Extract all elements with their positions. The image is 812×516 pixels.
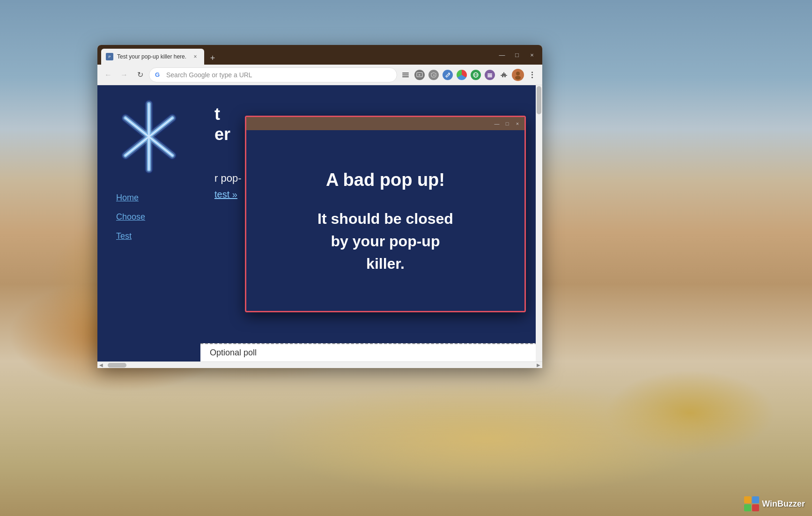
svg-point-13 [515,76,521,80]
tab-favicon: P [106,53,113,60]
main-text-line1: t [214,104,220,124]
shield-circle: ✕ [428,70,439,80]
window-controls: — □ × [495,48,539,61]
address-bar[interactable]: G Search Google or type a URL [149,67,397,82]
site-sidebar: Home Choose Test [97,85,200,361]
user-avatar[interactable] [511,68,524,81]
scrollbar-right[interactable] [536,85,542,361]
tab-area: P Test your pop-up killer here. × + [101,45,495,65]
scroll-right-arrow[interactable]: ▶ [537,362,540,368]
winbuzzer-logo: WinBuzzer [744,496,805,511]
popup-content: A bad pop up! It should be closed by you… [246,130,524,311]
svg-text:✕: ✕ [433,74,435,76]
popup-body-line3: killer. [366,255,405,272]
winbuzzer-squares [744,496,759,511]
main-text-line2: er [214,125,230,144]
popup-titlebar: — □ × [246,117,524,130]
extensions-icon[interactable] [497,68,510,81]
site-main: t er r pop- test » — □ × [200,85,542,361]
winbuzzer-label: WinBuzzer [762,499,805,509]
popup-body-line1: It should be closed [317,210,453,227]
svg-marker-3 [419,74,421,76]
google-logo: G [155,71,162,79]
active-tab[interactable]: P Test your pop-up killer here. × [101,49,204,65]
avatar-image [512,69,524,81]
globe-circle [471,70,481,80]
media-circle [414,70,425,80]
new-tab-button[interactable]: + [206,52,219,65]
nav-home-link[interactable]: Home [116,193,196,203]
popup-text-content: r pop- [214,172,241,184]
menu-dots-icon[interactable] [525,68,539,81]
popup-title: A bad pop up! [317,167,453,193]
nav-test-link[interactable]: Test [116,231,196,241]
layers-icon[interactable] [483,68,496,81]
site-nav: Home Choose Test [102,193,196,241]
toolbar-icons: ✕ [399,68,539,81]
maximize-button[interactable]: □ [510,48,524,61]
wb-square-4 [752,504,759,511]
tab-title: Test your pop-up killer here. [117,53,187,60]
popup-close-button[interactable]: × [513,119,522,128]
popup-maximize-button[interactable]: □ [503,119,511,128]
svg-text:P: P [109,55,111,59]
wb-square-3 [744,504,751,511]
pen-icon[interactable] [441,68,454,81]
minimize-button[interactable]: — [495,48,509,61]
popup-message: A bad pop up! It should be closed by you… [317,167,453,275]
neon-star-icon [111,95,186,179]
browser-content: Home Choose Test t er r pop- test » [97,85,542,361]
forward-icon: → [120,71,128,79]
svg-rect-9 [487,74,492,74]
browser-window: P Test your pop-up killer here. × + — □ … [97,45,542,368]
tab-close-button[interactable]: × [191,52,199,61]
optional-poll-bar: Optional poll [200,343,542,361]
puzzle-icon [500,71,508,79]
more-options-icon[interactable] [399,68,412,81]
svg-point-12 [516,72,520,75]
layers-circle [485,70,495,80]
pen-circle [443,70,453,80]
wb-square-1 [744,496,751,503]
optional-poll-label: Optional poll [210,348,257,357]
pie-chart-icon[interactable] [455,68,468,81]
svg-rect-10 [487,75,492,76]
media-icon[interactable] [413,68,426,81]
browser-scrollbar-bottom[interactable]: ◀ ▶ [97,361,542,368]
svg-rect-11 [487,76,492,77]
title-bar: P Test your pop-up killer here. × + — □ … [97,45,542,65]
scroll-left-arrow[interactable]: ◀ [99,362,103,368]
popup-minimize-button[interactable]: — [493,119,501,128]
horizontal-scroll-thumb [108,363,126,368]
back-button[interactable]: ← [101,68,115,82]
wb-square-2 [752,496,759,503]
close-button[interactable]: × [525,48,539,61]
reload-icon: ↻ [137,70,143,79]
shield-icon[interactable]: ✕ [427,68,440,81]
nav-choose-link[interactable]: Choose [116,212,196,222]
forward-button[interactable]: → [117,68,131,82]
scrollbar-thumb [537,86,541,114]
popup-body-line2: by your pop-up [331,233,440,250]
popup-overlay: — □ × A bad pop up! It should be closed … [200,85,542,361]
globe-icon[interactable] [469,68,482,81]
browser-toolbar: ← → ↻ G Search Google or type a URL [97,65,542,85]
three-dots [531,72,533,78]
popup-window[interactable]: — □ × A bad pop up! It should be closed … [245,116,526,312]
address-text: Search Google or type a URL [166,71,252,79]
pie-circle [457,70,467,80]
back-icon: ← [104,71,112,79]
reload-button[interactable]: ↻ [133,68,147,82]
